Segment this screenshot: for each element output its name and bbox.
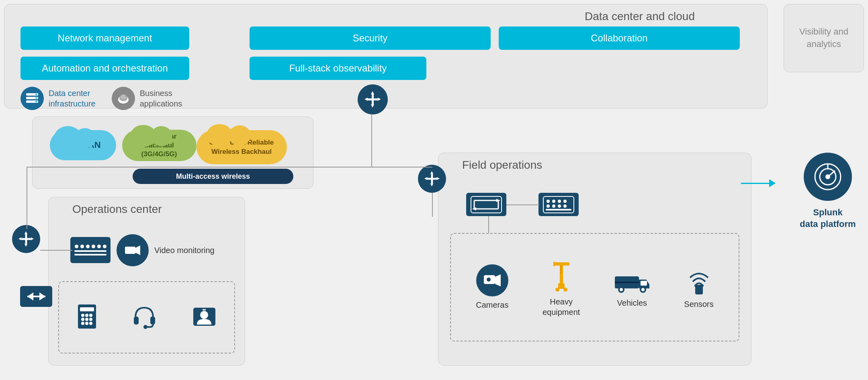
svg-marker-17 (18, 237, 21, 240)
cross-arrow-left (12, 225, 40, 253)
arrow-left-icon (20, 286, 52, 307)
svg-rect-41 (150, 317, 155, 325)
svg-point-34 (81, 318, 84, 321)
cameras-item: Cameras (476, 264, 508, 310)
data-center-label: Data center and cloud (585, 10, 695, 23)
splunk-label: Splunk data platform (796, 207, 860, 230)
connector-h2 (40, 250, 72, 251)
connector-h3 (506, 204, 539, 205)
svg-point-52 (486, 277, 491, 282)
connector-h4 (371, 167, 432, 168)
video-monitoring-label: Video monitoring (154, 245, 215, 256)
main-container: Data center and cloud Network management… (0, 0, 868, 380)
svg-marker-10 (371, 104, 374, 108)
camera-icon (476, 264, 508, 296)
svg-point-83 (558, 204, 561, 208)
svg-rect-66 (615, 282, 639, 283)
svg-point-63 (620, 288, 623, 291)
connector-v2 (27, 167, 27, 229)
business-apps-item: Business applications (112, 87, 182, 110)
svg-marker-15 (25, 231, 27, 234)
svg-point-59 (563, 288, 567, 292)
crane-icon (549, 257, 573, 293)
svg-rect-67 (695, 286, 703, 294)
security-button[interactable]: Security (250, 27, 491, 50)
headset-icon (131, 304, 158, 331)
svg-rect-27 (125, 247, 135, 254)
field-switch-left (466, 193, 506, 216)
ops-devices-box (58, 281, 235, 353)
svg-rect-57 (558, 283, 565, 289)
svg-marker-11 (364, 98, 368, 101)
svg-marker-24 (437, 177, 440, 180)
svg-rect-26 (431, 174, 433, 183)
svg-rect-54 (553, 262, 569, 266)
multi-access-bar: Multi-access wireless (133, 169, 293, 184)
svg-marker-51 (495, 274, 501, 286)
icon-row: Data center infrastructure Business appl… (20, 87, 182, 110)
svg-rect-20 (25, 234, 27, 243)
svg-rect-14 (372, 94, 374, 104)
video-monitoring-item: Video monitoring (117, 234, 215, 266)
svg-marker-18 (31, 237, 34, 240)
svg-marker-48 (39, 292, 45, 300)
svg-point-81 (547, 204, 550, 208)
ops-center-label: Operations center (72, 203, 162, 216)
svg-point-37 (81, 322, 84, 325)
business-apps-label: Business applications (140, 88, 182, 109)
cross-arrow-field (418, 165, 446, 193)
svg-point-32 (85, 314, 88, 317)
svg-point-4 (35, 97, 37, 99)
network-management-button[interactable]: Network management (20, 27, 189, 50)
svg-rect-69 (471, 196, 502, 213)
svg-marker-28 (135, 245, 140, 255)
svg-rect-55 (553, 262, 555, 266)
sensors-item: Sensors (684, 266, 713, 309)
truck-icon (614, 266, 650, 294)
data-center-infra-item: Data center infrastructure (20, 87, 96, 110)
svg-point-78 (552, 200, 555, 203)
fullstack-button[interactable]: Full-stack observability (250, 57, 426, 80)
connector-h1 (27, 167, 372, 168)
collaboration-button[interactable]: Collaboration (499, 27, 740, 50)
svg-rect-61 (641, 281, 647, 286)
vehicles-label: Vehicles (617, 298, 647, 308)
svg-point-65 (641, 288, 645, 291)
svg-point-79 (558, 200, 561, 203)
svg-point-42 (143, 325, 147, 329)
business-apps-icon (112, 87, 135, 110)
data-center-infra-label: Data center infrastructure (49, 88, 96, 109)
connector-v4 (488, 216, 489, 233)
sensor-icon (688, 266, 710, 296)
svg-marker-21 (430, 171, 433, 174)
svg-point-8 (121, 94, 126, 99)
svg-line-90 (828, 171, 835, 177)
splunk-icon (804, 153, 852, 201)
svg-point-77 (547, 200, 550, 203)
svg-marker-23 (424, 177, 427, 180)
svg-point-58 (555, 288, 559, 292)
svg-point-3 (35, 94, 37, 95)
svg-rect-30 (80, 307, 94, 311)
field-ops-label: Field operations (462, 159, 542, 172)
svg-point-31 (81, 314, 84, 317)
svg-point-38 (85, 322, 88, 325)
svg-point-84 (563, 204, 567, 208)
svg-rect-85 (546, 209, 571, 210)
svg-point-82 (552, 204, 555, 208)
svg-rect-40 (134, 317, 139, 325)
svg-point-39 (89, 322, 92, 325)
connector-v1 (371, 114, 372, 167)
visibility-label: Visibility and analytics (799, 26, 848, 51)
svg-marker-12 (378, 98, 381, 101)
connector-v3 (432, 193, 433, 217)
vehicles-item: Vehicles (614, 266, 650, 308)
automation-button[interactable]: Automation and orchestration (20, 57, 189, 80)
heavy-equipment-item: Heavy equipment (542, 257, 580, 317)
svg-rect-49 (27, 296, 40, 297)
svg-marker-22 (430, 184, 433, 186)
cross-arrow-top (358, 84, 388, 114)
field-switch-right (538, 193, 579, 216)
svg-rect-68 (694, 285, 704, 287)
svg-point-44 (200, 311, 208, 319)
